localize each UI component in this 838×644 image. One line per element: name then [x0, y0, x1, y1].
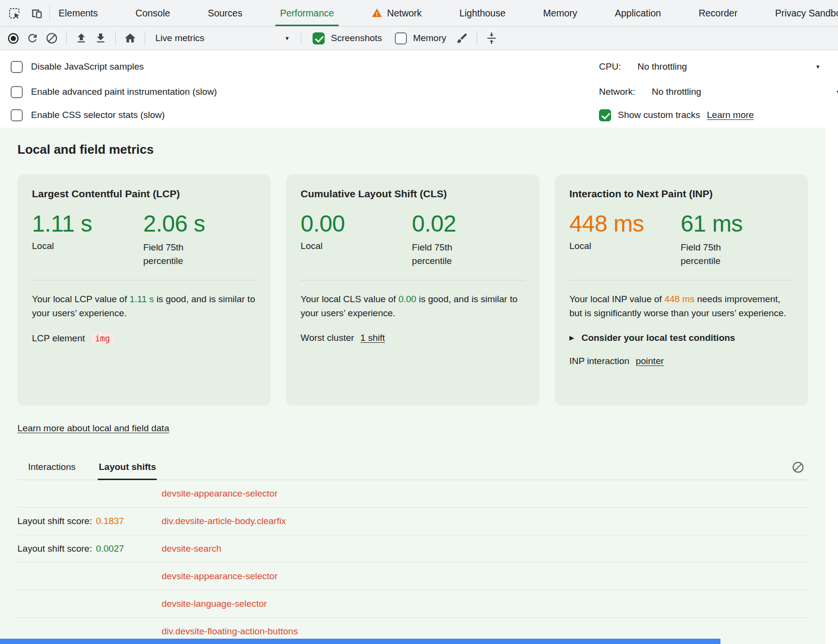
- clear-log-button[interactable]: [789, 458, 807, 476]
- node-link[interactable]: div.devsite-article-body.clearfix: [162, 516, 286, 527]
- tab-label: Privacy Sandbox: [775, 8, 838, 19]
- tab-label: Lighthouse: [459, 8, 505, 19]
- field-label: Field 75th percentile: [412, 241, 474, 268]
- show-custom-tracks-label: Show custom tracks: [618, 110, 700, 120]
- record-button[interactable]: [4, 29, 22, 47]
- local-field-data-learn-more-link[interactable]: Learn more about local and field data: [17, 423, 169, 434]
- tab-lighthouse[interactable]: Lighthouse: [454, 0, 510, 26]
- description-text: Your local CLS value of: [300, 294, 398, 304]
- live-metrics-select[interactable]: Live metrics ▼: [150, 30, 296, 46]
- record-icon: [7, 32, 20, 45]
- field-value-column: 2.06 s Field 75th percentile: [143, 212, 256, 268]
- cpu-throttling-select[interactable]: CPU: No throttling ▼: [599, 54, 821, 79]
- block-icon: [45, 32, 58, 44]
- tab-application[interactable]: Application: [610, 0, 666, 26]
- live-metrics-log: Interactions Layout shifts devsite-appea…: [17, 458, 808, 644]
- network-label: Network:: [599, 87, 635, 97]
- lcp-element-row: LCP element img: [32, 333, 256, 344]
- local-test-conditions-expander[interactable]: ▶ Consider your local test conditions: [569, 333, 793, 343]
- checkbox-checked-icon[interactable]: [599, 109, 611, 121]
- option-label: Enable advanced paint instrumentation (s…: [31, 87, 217, 97]
- divider: [49, 5, 50, 21]
- disable-js-samples-checkbox[interactable]: Disable JavaScript samples: [11, 54, 217, 79]
- checkbox-unchecked-icon: [11, 86, 23, 98]
- tab-memory[interactable]: Memory: [539, 0, 582, 26]
- worst-cluster-row: Worst cluster 1 shift: [300, 333, 524, 343]
- node-link[interactable]: devsite-appearance-selector: [162, 571, 278, 582]
- tab-label: Network: [387, 8, 422, 19]
- node-link[interactable]: devsite-language-selector: [162, 599, 267, 609]
- advanced-paint-instrumentation-checkbox[interactable]: Enable advanced paint instrumentation (s…: [11, 79, 217, 104]
- tab-interactions[interactable]: Interactions: [27, 462, 76, 480]
- score-cell: Layout shift score:0.1837: [17, 516, 162, 527]
- collapse-tracks-button[interactable]: [482, 29, 501, 47]
- divider: [300, 280, 524, 280]
- layout-shift-row: Layout shift score:0.0027 devsite-search: [17, 535, 808, 563]
- local-value-column: 0.00 Local: [300, 212, 412, 268]
- card-title: Interaction to Next Paint (INP): [569, 188, 793, 200]
- tab-recorder[interactable]: Recorder: [694, 0, 742, 26]
- cls-card: Cumulative Layout Shift (CLS) 0.00 Local…: [286, 175, 539, 406]
- garbage-collect-button[interactable]: [453, 29, 471, 47]
- settings-checkbox-column: Disable JavaScript samples Enable advanc…: [11, 54, 217, 126]
- lcp-description: Your local LCP value of 1.11 s is good, …: [32, 292, 256, 320]
- learn-more-link[interactable]: Learn more: [707, 110, 754, 120]
- divider: [569, 280, 793, 280]
- description-value: 1.11 s: [130, 294, 154, 304]
- inp-interaction-row: INP interaction pointer: [569, 356, 793, 366]
- tab-privacy-sandbox[interactable]: Privacy Sandbox: [770, 0, 838, 26]
- field-value-column: 0.02 Field 75th percentile: [412, 212, 524, 268]
- node-link[interactable]: devsite-search: [162, 543, 222, 554]
- screenshots-label: Screenshots: [331, 33, 382, 44]
- node-link[interactable]: div.devsite-floating-action-buttons: [162, 626, 298, 637]
- tab-label: Layout shifts: [99, 462, 156, 472]
- inp-interaction-link[interactable]: pointer: [636, 356, 664, 366]
- lcp-element-node-link[interactable]: img: [91, 333, 114, 344]
- divider: [115, 31, 116, 45]
- score-value: 0.0027: [96, 543, 124, 554]
- brush-icon: [456, 32, 468, 44]
- reload-and-record-button[interactable]: [23, 29, 42, 47]
- device-toolbar-button[interactable]: [27, 4, 45, 22]
- tab-elements[interactable]: Elements: [54, 0, 103, 26]
- local-label: Local: [300, 241, 412, 251]
- devtools-tab-strip: Elements Console Sources Performance Net…: [54, 0, 838, 26]
- tab-console[interactable]: Console: [131, 0, 175, 26]
- tab-layout-shifts[interactable]: Layout shifts: [98, 462, 157, 480]
- save-profile-button[interactable]: [91, 29, 110, 47]
- inp-interaction-label: INP interaction: [569, 356, 629, 366]
- home-button[interactable]: [121, 29, 139, 47]
- tab-network[interactable]: Network: [367, 0, 427, 26]
- log-tabs: Interactions Layout shifts: [17, 458, 808, 480]
- tab-sources[interactable]: Sources: [203, 0, 247, 26]
- divider: [66, 31, 67, 45]
- description-value: 448 ms: [664, 294, 694, 304]
- live-metrics-pane: Local and field metrics Largest Contentf…: [0, 128, 825, 644]
- local-value-column: 1.11 s Local: [32, 212, 143, 268]
- expander-label: Consider your local test conditions: [582, 333, 735, 343]
- css-selector-stats-checkbox[interactable]: Enable CSS selector stats (slow): [11, 104, 217, 126]
- node-link[interactable]: devsite-appearance-selector: [162, 488, 278, 499]
- lcp-element-label: LCP element: [32, 333, 85, 344]
- metric-values: 1.11 s Local 2.06 s Field 75th percentil…: [32, 212, 256, 268]
- devtools-window: Elements Console Sources Performance Net…: [0, 0, 838, 644]
- tab-label: Performance: [280, 8, 334, 19]
- tab-performance[interactable]: Performance: [275, 0, 339, 26]
- divider: [145, 31, 145, 45]
- layout-shift-row: devsite-appearance-selector: [17, 563, 808, 590]
- inp-local-value: 448 ms: [569, 212, 681, 236]
- tab-label: Sources: [208, 8, 242, 19]
- checkbox-unchecked-icon: [395, 32, 407, 44]
- load-profile-button[interactable]: [72, 29, 90, 47]
- screenshots-checkbox[interactable]: Screenshots: [307, 32, 388, 44]
- inspect-element-button[interactable]: [5, 4, 23, 22]
- worst-cluster-link[interactable]: 1 shift: [360, 333, 385, 343]
- network-throttling-select[interactable]: Network: No throttling ▼: [599, 79, 821, 104]
- metric-cards: Largest Contentful Paint (LCP) 1.11 s Lo…: [17, 175, 808, 406]
- memory-label: Memory: [413, 33, 447, 44]
- option-label: Enable CSS selector stats (slow): [31, 110, 165, 120]
- memory-checkbox[interactable]: Memory: [389, 32, 452, 44]
- clear-recordings-button[interactable]: [43, 29, 61, 47]
- metric-values: 0.00 Local 0.02 Field 75th percentile: [300, 212, 524, 268]
- tab-label: Application: [615, 8, 661, 19]
